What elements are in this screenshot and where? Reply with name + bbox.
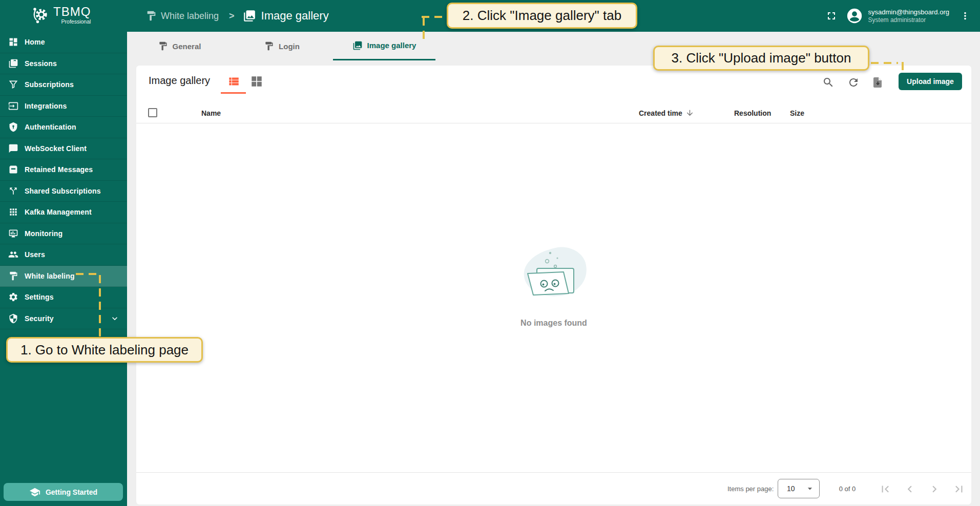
- select-all-checkbox[interactable]: [148, 108, 157, 117]
- school-icon: [29, 487, 40, 498]
- column-header-resolution[interactable]: Resolution: [734, 102, 771, 123]
- shield-lock-icon: [8, 122, 18, 132]
- paint-roller-icon: [145, 10, 157, 22]
- apps-grid-icon: [8, 207, 18, 217]
- sidebar-item-authentication[interactable]: Authentication: [0, 117, 127, 138]
- breadcrumb-current-label: Image gallery: [261, 9, 329, 23]
- gear-icon: [8, 292, 18, 302]
- items-per-page-select[interactable]: 10: [778, 479, 820, 498]
- column-header-created-time[interactable]: Created time: [639, 102, 694, 123]
- sidebar-item-retained-messages[interactable]: Retained Messages: [0, 159, 127, 181]
- sidebar-item-home[interactable]: Home: [0, 32, 127, 53]
- main-content: General Login Image gallery Image galler…: [127, 32, 980, 506]
- tab-login[interactable]: Login: [231, 32, 333, 60]
- user-email: sysadmin@thingsboard.org: [868, 8, 949, 16]
- upload-image-button[interactable]: Upload image: [899, 73, 962, 90]
- logo-title: TBMQ: [53, 4, 91, 19]
- fullscreen-button[interactable]: [821, 6, 842, 26]
- annotation-step1: 1. Go to White labeling page: [6, 337, 203, 363]
- fullscreen-icon: [825, 10, 838, 22]
- tab-image-gallery[interactable]: Image gallery: [333, 32, 435, 60]
- chevron-right-icon: [928, 482, 941, 496]
- last-page-icon: [952, 482, 966, 496]
- annotation-connector-step1-horizontal: [76, 273, 99, 275]
- annotation-connector-step2-vertical: [423, 17, 425, 44]
- sidebar-item-white-labeling[interactable]: White labeling: [0, 266, 127, 287]
- empty-state-message: No images found: [520, 319, 587, 328]
- filter-icon: [8, 79, 18, 90]
- logo-subtitle: Professional: [53, 18, 91, 25]
- sidebar-item-websocket-client[interactable]: WebSocket Client: [0, 138, 127, 160]
- search-icon[interactable]: [822, 76, 835, 89]
- sidebar-item-sessions[interactable]: Sessions: [0, 53, 127, 75]
- sidebar-item-kafka-management[interactable]: Kafka Management: [0, 202, 127, 223]
- previous-page-button[interactable]: [903, 482, 916, 496]
- breadcrumb-white-labeling[interactable]: White labeling: [145, 10, 219, 22]
- user-info[interactable]: sysadmin@thingsboard.org System administ…: [868, 8, 949, 24]
- chevron-left-icon: [903, 482, 916, 496]
- table-header-row: Name Created time Resolution Size: [136, 102, 971, 123]
- chat-bubble-icon: [8, 143, 18, 154]
- table-footer: Items per page: 10 0 of 0: [136, 472, 971, 504]
- first-page-button[interactable]: [879, 482, 892, 496]
- paint-roller-icon: [264, 41, 274, 51]
- sidebar: Home Sessions Subscriptions Integrations…: [0, 32, 127, 506]
- more-vert-icon: [960, 10, 971, 22]
- gear-logo-icon: [30, 5, 50, 28]
- refresh-icon[interactable]: [847, 76, 860, 89]
- annotation-step3: 3. Click "Upload image" button: [653, 46, 869, 71]
- header-menu-button[interactable]: [956, 6, 974, 26]
- annotation-connector-step2-horizontal: [422, 16, 447, 18]
- empty-folder-illustration: [510, 246, 597, 312]
- page-range-label: 0 of 0: [832, 473, 863, 505]
- list-view-icon: [227, 75, 240, 88]
- archive-icon: [8, 164, 18, 175]
- sidebar-item-monitoring[interactable]: Monitoring: [0, 223, 127, 245]
- sidebar-item-integrations[interactable]: Integrations: [0, 96, 127, 117]
- people-icon: [8, 249, 18, 260]
- annotation-connector-step3-horizontal: [871, 62, 898, 64]
- tbmq-logo[interactable]: TBMQ Professional: [30, 4, 91, 28]
- sidebar-item-shared-subscriptions[interactable]: Shared Subscriptions: [0, 181, 127, 202]
- breadcrumb-parent-label: White labeling: [161, 11, 219, 22]
- tab-bar: General Login Image gallery: [128, 32, 435, 60]
- column-header-name[interactable]: Name: [201, 102, 221, 123]
- sidebar-item-subscriptions[interactable]: Subscriptions: [0, 74, 127, 96]
- list-view-toggle[interactable]: [221, 73, 246, 94]
- sessions-icon: [8, 58, 18, 69]
- dashboard-icon: [8, 37, 18, 47]
- column-header-size[interactable]: Size: [790, 102, 804, 123]
- image-gallery-card: Image gallery Upload image Name Created …: [136, 66, 971, 504]
- annotation-connector-step3-vertical: [902, 62, 904, 73]
- image-gallery-icon: [243, 9, 256, 23]
- sidebar-item-settings[interactable]: Settings: [0, 287, 127, 308]
- chevron-down-icon[interactable]: [110, 313, 120, 324]
- user-role: System administrator: [868, 16, 949, 24]
- sort-desc-arrow-icon: [685, 109, 694, 117]
- tab-general[interactable]: General: [128, 32, 231, 60]
- breadcrumb-current: Image gallery: [243, 9, 329, 23]
- image-gallery-icon: [352, 40, 363, 51]
- page-title: Image gallery: [149, 75, 210, 87]
- items-per-page-value: 10: [787, 484, 795, 493]
- last-page-button[interactable]: [952, 482, 966, 496]
- input-icon: [8, 101, 18, 111]
- sidebar-item-security[interactable]: Security: [0, 308, 127, 330]
- first-page-icon: [879, 482, 892, 496]
- getting-started-button[interactable]: Getting Started: [4, 483, 123, 501]
- next-page-button[interactable]: [928, 482, 941, 496]
- grid-view-toggle[interactable]: [250, 75, 263, 88]
- sidebar-item-users[interactable]: Users: [0, 244, 127, 266]
- app-root: TBMQ Professional White labeling > Image…: [0, 0, 980, 506]
- header-right: sysadmin@thingsboard.org System administ…: [821, 0, 974, 32]
- items-per-page-label: Items per page:: [727, 473, 774, 505]
- monitor-icon: [8, 228, 18, 239]
- breadcrumb-separator: >: [229, 11, 235, 22]
- paint-roller-icon: [8, 271, 18, 281]
- empty-state: No images found: [136, 246, 971, 328]
- user-avatar[interactable]: [846, 7, 863, 25]
- shield-icon: [8, 313, 18, 324]
- import-file-icon[interactable]: [871, 76, 884, 89]
- breadcrumb: White labeling > Image gallery: [145, 0, 329, 32]
- call-split-icon: [8, 186, 18, 196]
